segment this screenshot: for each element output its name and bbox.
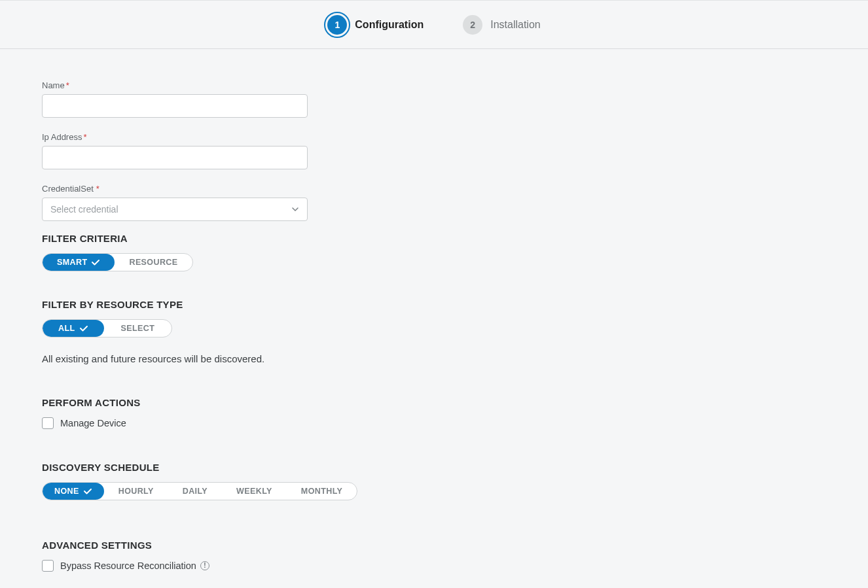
- step-installation[interactable]: 2 Installation: [463, 15, 541, 35]
- step-2-circle: 2: [463, 15, 482, 35]
- manage-device-checkbox[interactable]: [42, 417, 54, 429]
- credentialset-select[interactable]: Select credential: [42, 198, 308, 221]
- perform-actions-heading: PERFORM ACTIONS: [42, 397, 825, 408]
- discovery-schedule-heading: DISCOVERY SCHEDULE: [42, 462, 825, 473]
- filter-criteria-smart[interactable]: SMART: [43, 254, 115, 271]
- discovery-schedule-toggle: NONE HOURLY DAILY WEEKLY MONTHLY: [42, 482, 357, 500]
- step-2-label: Installation: [490, 19, 541, 31]
- filter-resource-type-select[interactable]: SELECT: [104, 320, 172, 337]
- advanced-settings-heading: ADVANCED SETTINGS: [42, 540, 825, 551]
- check-icon: [91, 258, 100, 267]
- manage-device-label: Manage Device: [60, 418, 126, 428]
- credentialset-placeholder: Select credential: [50, 204, 118, 215]
- discovery-schedule-weekly[interactable]: WEEKLY: [222, 483, 287, 500]
- discovery-schedule-none[interactable]: NONE: [43, 483, 104, 500]
- discovery-schedule-hourly[interactable]: HOURLY: [104, 483, 168, 500]
- filter-criteria-heading: FILTER CRITERIA: [42, 233, 825, 244]
- step-1-circle: 1: [327, 15, 347, 35]
- name-input[interactable]: [42, 94, 308, 118]
- check-icon: [83, 487, 92, 496]
- discovery-schedule-daily[interactable]: DAILY: [168, 483, 222, 500]
- filter-resource-type-toggle: ALL SELECT: [42, 319, 172, 337]
- name-label: Name*: [42, 80, 825, 90]
- filter-resource-type-all[interactable]: ALL: [43, 320, 104, 337]
- credentialset-label: CredentialSet*: [42, 184, 825, 194]
- step-1-label: Configuration: [355, 19, 424, 31]
- filter-criteria-toggle: SMART RESOURCE: [42, 253, 193, 271]
- bypass-reconciliation-label: Bypass Resource Reconciliation !: [60, 561, 209, 571]
- step-configuration[interactable]: 1 Configuration: [327, 15, 424, 35]
- filter-resource-type-hint: All existing and future resources will b…: [42, 353, 825, 364]
- wizard-stepper: 1 Configuration 2 Installation: [0, 1, 868, 49]
- discovery-schedule-monthly[interactable]: MONTHLY: [287, 483, 357, 500]
- ip-address-input[interactable]: [42, 146, 308, 169]
- filter-criteria-resource[interactable]: RESOURCE: [115, 254, 192, 271]
- bypass-reconciliation-checkbox[interactable]: [42, 560, 54, 572]
- filter-resource-type-heading: FILTER BY RESOURCE TYPE: [42, 299, 825, 310]
- chevron-down-icon: [291, 205, 299, 213]
- check-icon: [79, 324, 88, 333]
- ip-address-label: Ip Address*: [42, 132, 825, 142]
- info-icon[interactable]: !: [200, 561, 209, 570]
